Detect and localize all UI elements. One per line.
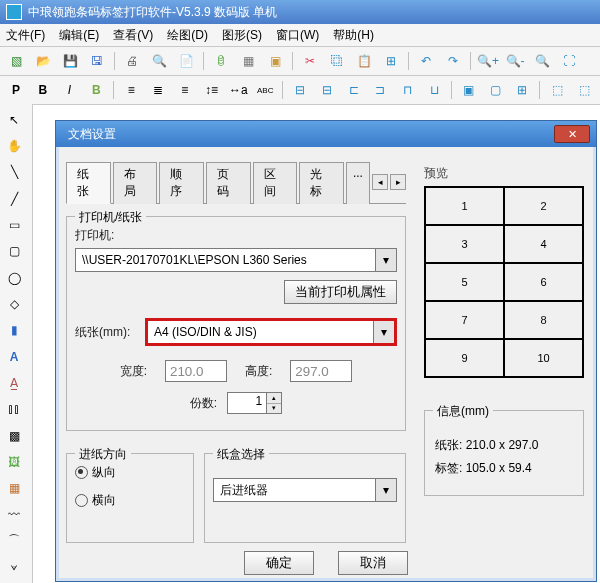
- bold2-icon[interactable]: B: [84, 78, 108, 102]
- abc-icon[interactable]: ABC: [253, 78, 277, 102]
- italic-icon[interactable]: I: [58, 78, 82, 102]
- export-icon[interactable]: 📄: [174, 49, 198, 73]
- separator: [113, 81, 114, 99]
- saveas-icon[interactable]: 🖫: [85, 49, 109, 73]
- landscape-radio[interactable]: 横向: [75, 492, 116, 509]
- roundrect-icon[interactable]: ▢: [2, 240, 26, 263]
- align-right-icon[interactable]: ≡: [173, 78, 197, 102]
- portrait-label: 纵向: [92, 464, 116, 481]
- redo-icon[interactable]: ↷: [441, 49, 465, 73]
- cut-icon[interactable]: ✂: [298, 49, 322, 73]
- line-down-icon[interactable]: ╲: [2, 161, 26, 184]
- distribute-v-icon[interactable]: ⊟: [315, 78, 339, 102]
- menu-view[interactable]: 查看(V): [113, 27, 153, 44]
- pointer-icon[interactable]: ↖: [2, 108, 26, 131]
- height-field: [290, 360, 352, 382]
- cancel-button[interactable]: 取消: [338, 551, 408, 575]
- open-icon[interactable]: 📂: [31, 49, 55, 73]
- tab-more[interactable]: ...: [346, 162, 370, 204]
- copies-stepper[interactable]: 1 ▴ ▾: [227, 392, 282, 414]
- tab-cursor[interactable]: 光标: [299, 162, 344, 204]
- curve-icon[interactable]: 〰: [2, 503, 26, 526]
- tab-page[interactable]: 页码: [206, 162, 251, 204]
- qrcode-icon[interactable]: ▩: [2, 424, 26, 447]
- menu-draw[interactable]: 绘图(D): [167, 27, 208, 44]
- menu-file[interactable]: 文件(F): [6, 27, 45, 44]
- rtf-icon[interactable]: A̲: [2, 371, 26, 394]
- new-icon[interactable]: ▧: [4, 49, 28, 73]
- chevron-down-icon[interactable]: ▾: [375, 249, 396, 271]
- menu-window[interactable]: 窗口(W): [276, 27, 319, 44]
- stepper-up-icon[interactable]: ▴: [267, 393, 281, 404]
- align4-icon[interactable]: ⊔: [422, 78, 446, 102]
- zoom-out-icon[interactable]: 🔍-: [503, 49, 527, 73]
- polygon-icon[interactable]: ◇: [2, 292, 26, 315]
- portrait-radio[interactable]: 纵向: [75, 464, 116, 481]
- align1-icon[interactable]: ⊏: [342, 78, 366, 102]
- save-icon[interactable]: 💾: [58, 49, 82, 73]
- database-icon[interactable]: 🛢: [209, 49, 233, 73]
- tray-combo[interactable]: 后进纸器 ▾: [213, 478, 397, 502]
- arc-icon[interactable]: ⌒: [2, 529, 26, 552]
- close-button[interactable]: ✕: [554, 125, 590, 143]
- front-icon[interactable]: ⬚: [545, 78, 569, 102]
- menu-help[interactable]: 帮助(H): [333, 27, 374, 44]
- hand-icon[interactable]: ✋: [2, 134, 26, 157]
- text-p-icon[interactable]: P: [4, 78, 28, 102]
- ellipse-icon[interactable]: ◯: [2, 266, 26, 289]
- dialog-title: 文档设置: [68, 126, 116, 143]
- zoom-in-icon[interactable]: 🔍+: [476, 49, 500, 73]
- chevron-down-icon[interactable]: ▾: [375, 479, 396, 501]
- zoom-fit-icon[interactable]: 🔍: [530, 49, 554, 73]
- chevron-down-icon[interactable]: ▾: [373, 321, 394, 343]
- tab-paper[interactable]: 纸张: [66, 162, 111, 204]
- printer-combo[interactable]: \\USER-20170701KL\EPSON L360 Series ▾: [75, 248, 397, 272]
- preview-icon[interactable]: 🔍: [147, 49, 171, 73]
- line-up-icon[interactable]: ╱: [2, 187, 26, 210]
- rect-icon[interactable]: ▭: [2, 213, 26, 236]
- tabstrip: 纸张 布局 顺序 页码 区间 光标 ... ◂ ▸: [66, 161, 406, 204]
- menu-shape[interactable]: 图形(S): [222, 27, 262, 44]
- tab-scroll-left[interactable]: ◂: [372, 174, 388, 190]
- lock-icon[interactable]: ⊞: [511, 78, 535, 102]
- tab-range[interactable]: 区间: [253, 162, 298, 204]
- text-a-icon[interactable]: A: [2, 345, 26, 368]
- back-icon[interactable]: ⬚: [572, 78, 596, 102]
- undo-icon[interactable]: ↶: [414, 49, 438, 73]
- distribute-h-icon[interactable]: ⊟: [288, 78, 312, 102]
- align3-icon[interactable]: ⊓: [395, 78, 419, 102]
- side-toolbox: ↖ ✋ ╲ ╱ ▭ ▢ ◯ ◇ ▮ A A̲ ⫿⫿ ▩ 🖼 ▦ 〰 ⌒ ⦡: [0, 104, 33, 583]
- align-left-icon[interactable]: ≡: [119, 78, 143, 102]
- align-center-icon[interactable]: ≣: [146, 78, 170, 102]
- info-paper-label: 纸张:: [435, 438, 462, 452]
- char-spacing-icon[interactable]: ↔a: [226, 78, 250, 102]
- tab-order[interactable]: 顺序: [159, 162, 204, 204]
- info-label-line: 标签: 105.0 x 59.4: [435, 460, 573, 477]
- copy-icon[interactable]: ⿻: [325, 49, 349, 73]
- tab-layout[interactable]: 布局: [113, 162, 158, 204]
- tab-scroll-right[interactable]: ▸: [390, 174, 406, 190]
- line-spacing-icon[interactable]: ↕≡: [200, 78, 224, 102]
- box-icon[interactable]: ▣: [263, 49, 287, 73]
- print-icon[interactable]: 🖨: [120, 49, 144, 73]
- feed-legend: 进纸方向: [75, 446, 131, 463]
- align-icon[interactable]: ⊞: [379, 49, 403, 73]
- info-label-value: 105.0 x 59.4: [466, 461, 532, 475]
- bold-icon[interactable]: B: [31, 78, 55, 102]
- group-icon[interactable]: ▣: [457, 78, 481, 102]
- filled-rect-icon[interactable]: ▮: [2, 319, 26, 342]
- image-icon[interactable]: 🖼: [2, 450, 26, 473]
- table-icon[interactable]: ▦: [2, 477, 26, 500]
- ok-button[interactable]: 确定: [244, 551, 314, 575]
- ungroup-icon[interactable]: ▢: [484, 78, 508, 102]
- paper-combo[interactable]: A4 (ISO/DIN & JIS) ▾: [145, 318, 397, 346]
- printer-properties-button[interactable]: 当前打印机属性: [284, 280, 397, 304]
- menu-edit[interactable]: 编辑(E): [59, 27, 99, 44]
- stepper-down-icon[interactable]: ▾: [267, 404, 281, 414]
- fullscreen-icon[interactable]: ⛶: [557, 49, 581, 73]
- align2-icon[interactable]: ⊐: [369, 78, 393, 102]
- grid-icon[interactable]: ▦: [236, 49, 260, 73]
- bezier-icon[interactable]: ⦡: [2, 556, 26, 579]
- paste-icon[interactable]: 📋: [352, 49, 376, 73]
- barcode-icon[interactable]: ⫿⫿: [2, 398, 26, 421]
